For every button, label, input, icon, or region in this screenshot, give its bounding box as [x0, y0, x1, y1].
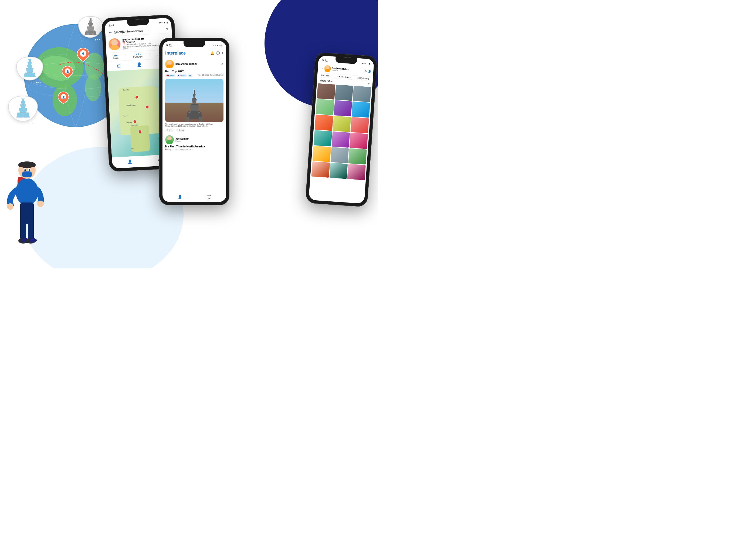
svg-rect-37	[24, 115, 27, 117]
grid-item-18[interactable]	[347, 164, 366, 180]
svg-point-62	[166, 64, 173, 68]
filter-chevron-icon: ∨	[368, 82, 370, 85]
phone2-post2-dates: 🇺🇸 Aug 05, 2022 To Aug 18, 2022	[165, 148, 223, 151]
phone2-comment-badge[interactable]: 💬 250	[176, 129, 185, 132]
phone1-stat-posts: 250 Posts	[113, 54, 118, 60]
grid-item-10[interactable]	[314, 130, 332, 146]
phone3-time: 9:41	[322, 59, 328, 62]
grid-item-9[interactable]	[351, 117, 369, 133]
svg-marker-24	[27, 62, 32, 65]
grid-item-15[interactable]	[348, 148, 367, 164]
phone3-image-grid	[310, 83, 373, 180]
svg-marker-32	[21, 101, 25, 104]
svg-marker-16	[89, 21, 93, 23]
phone2-post2-title: My First Time in North America	[165, 145, 223, 148]
svg-rect-36	[19, 115, 21, 117]
phone2-post1-tags: 🇩🇪 Berlin 🇫🇷 Paris M Aug 05, 2022 To Aug…	[165, 74, 223, 77]
svg-text:👤: 👤	[62, 96, 65, 99]
svg-rect-21	[92, 33, 94, 35]
phone1-divider-1	[126, 54, 126, 59]
phone3-posts-stat: 250 Posts	[321, 74, 330, 77]
grid-item-12[interactable]	[349, 133, 368, 149]
phone3-back-button[interactable]: ←	[320, 66, 323, 70]
grid-item-8[interactable]	[333, 116, 351, 132]
svg-point-73	[166, 140, 173, 144]
svg-marker-27	[24, 73, 36, 77]
phone2-tag-berlin: 🇩🇪 Berlin	[165, 74, 176, 77]
add-icon[interactable]: +	[221, 51, 223, 55]
phone1-settings-icon[interactable]: ⚙	[165, 27, 168, 32]
phone2-like-badge[interactable]: ❤ 250	[165, 129, 174, 132]
svg-point-41	[16, 178, 38, 205]
phone1-tab-grid[interactable]: ⊞	[117, 63, 121, 68]
grid-item-11[interactable]	[332, 132, 350, 148]
phone1-time: 9:41	[108, 24, 114, 27]
phone3-settings-icon[interactable]: ⚙	[364, 70, 367, 73]
phone2-tag-m: M	[188, 74, 192, 77]
thought-bubble-3	[8, 96, 38, 121]
phone2-post1-title: Euro Trip 2022	[165, 70, 223, 73]
traveler-character	[3, 138, 51, 260]
phone3-signal: ▲▲	[362, 62, 366, 64]
phone2-status-icons: ▲▲▲ ⌂ ▮	[212, 44, 222, 47]
grid-item-5[interactable]	[334, 100, 352, 116]
map-label-mexico: Mexico	[127, 122, 132, 124]
phone3-person-icon[interactable]: 👤	[368, 70, 371, 73]
svg-point-50	[7, 203, 14, 210]
notification-icon[interactable]: 🔔	[210, 51, 214, 55]
wifi-icon: ▲	[163, 21, 166, 24]
svg-rect-53	[20, 219, 26, 240]
phone2-nav-bar: 👤 💬	[163, 192, 226, 202]
phone2-post1-userinfo: benjaminrobert523	[176, 62, 197, 65]
phone3-user-info: Benjamin Robert England	[332, 67, 349, 72]
phone2-post2-avatar	[165, 135, 174, 144]
grid-item-1[interactable]	[317, 83, 335, 99]
phone2-post1-caption: The torch-bearing arm was displayed at C…	[165, 123, 223, 127]
svg-rect-67	[191, 104, 198, 105]
message-icon[interactable]: 💬	[216, 51, 220, 55]
phone2-post1-image	[165, 79, 223, 122]
grid-item-4[interactable]	[316, 99, 334, 115]
grid-item-3[interactable]	[353, 86, 371, 102]
phone2-post2-info: JoelNatham France	[176, 138, 189, 142]
phone1-tab-person[interactable]: 👤	[136, 62, 142, 67]
grid-item-16[interactable]	[311, 161, 330, 178]
svg-point-51	[37, 201, 44, 207]
grid-item-7[interactable]	[315, 114, 333, 131]
svg-marker-35	[17, 112, 30, 117]
svg-rect-28	[26, 75, 28, 77]
phone1-divider-2	[150, 52, 150, 58]
map-label-canada: Canada	[123, 89, 129, 91]
phone2-post2-dates-text: Aug 05, 2022 To Aug 18, 2022	[168, 148, 193, 150]
grid-item-6[interactable]	[352, 102, 370, 118]
grid-item-13[interactable]	[313, 146, 331, 162]
svg-marker-26	[26, 68, 33, 73]
phone1-back-button[interactable]: ←	[108, 30, 112, 35]
grid-item-17[interactable]	[329, 163, 348, 179]
phone1-nav-person[interactable]: 👤	[128, 159, 133, 164]
svg-point-61	[167, 61, 172, 65]
thought-bubble-2	[16, 57, 43, 80]
grid-item-14[interactable]	[330, 147, 349, 163]
grid-item-2[interactable]	[335, 85, 353, 101]
phone-2-feed: 9:41 ▲▲▲ ⌂ ▮ i nterplace 🔔 💬 +	[159, 38, 229, 205]
phone2-nav-message[interactable]: 💬	[207, 195, 211, 199]
phone2-nav-profile[interactable]: 👤	[178, 195, 182, 199]
phone1-username: @benjaminrobert523	[114, 29, 143, 34]
phone2-post1-date: Aug 05, 2022 To Aug 15, 2022	[198, 74, 223, 77]
svg-rect-29	[31, 75, 33, 77]
svg-point-49	[29, 169, 30, 171]
svg-point-60	[110, 45, 119, 51]
phone2-wifi: ⌂	[219, 44, 220, 47]
phone1-avatar	[108, 38, 121, 51]
phone2-post1-share[interactable]: ⇗	[221, 62, 223, 66]
svg-point-58	[29, 238, 37, 242]
phone2-post1-username: benjaminrobert523	[176, 62, 197, 65]
phone2-post1-avatar	[165, 60, 174, 68]
phone-3-grid: 9:41 ▲▲ ⌂ ▮ ← Benjamin Robert England	[305, 52, 378, 207]
phone3-avatar	[324, 65, 331, 72]
map-pin-4	[133, 120, 137, 123]
svg-point-74	[326, 66, 329, 69]
svg-rect-54	[28, 219, 34, 240]
svg-rect-63	[194, 90, 195, 94]
